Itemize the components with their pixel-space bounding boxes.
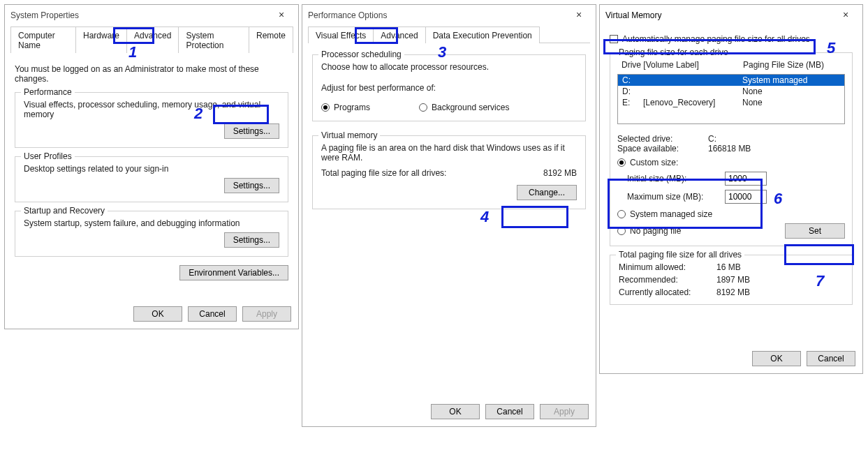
drive-row[interactable]: C: System managed bbox=[618, 75, 844, 86]
performance-settings-button[interactable]: Settings... bbox=[224, 123, 279, 139]
checkbox-label: Automatically manage paging file size fo… bbox=[622, 34, 810, 44]
maximum-size-label: Maximum size (MB): bbox=[627, 192, 718, 202]
tab-system-protection[interactable]: System Protection bbox=[178, 27, 249, 53]
radio-programs[interactable]: Programs bbox=[321, 103, 370, 112]
maximum-size-input[interactable] bbox=[725, 190, 767, 204]
drive-letter: D: bbox=[622, 87, 643, 96]
header-size: Paging File Size (MB) bbox=[743, 60, 841, 70]
min-allowed-value: 16 MB bbox=[716, 262, 741, 272]
currently-allocated-label: Currently allocated: bbox=[619, 287, 716, 297]
tab-visual-effects[interactable]: Visual Effects bbox=[308, 27, 374, 43]
radio-label: Custom size: bbox=[630, 158, 678, 167]
drive-label: [Lenovo_Recovery] bbox=[643, 98, 742, 107]
vmem-total-value: 8192 MB bbox=[543, 168, 577, 178]
admin-note: You must be logged on as an Administrato… bbox=[15, 64, 288, 84]
close-icon[interactable]: × bbox=[565, 6, 593, 25]
group-title: Total paging file size for all drives bbox=[616, 250, 744, 260]
radio-icon bbox=[419, 103, 427, 112]
checkbox-icon bbox=[610, 35, 618, 43]
drive-row[interactable]: D: None bbox=[618, 86, 844, 97]
radio-label: No paging file bbox=[630, 226, 681, 236]
annotation-6: 6 bbox=[774, 190, 782, 208]
performance-group: Performance Visual effects, processor sc… bbox=[15, 92, 288, 148]
radio-background-services[interactable]: Background services bbox=[419, 103, 509, 112]
recommended-label: Recommended: bbox=[619, 275, 716, 285]
vmem-total-label: Total paging file size for all drives: bbox=[321, 168, 446, 178]
initial-size-input[interactable] bbox=[725, 172, 767, 186]
radio-icon bbox=[617, 210, 626, 218]
drive-label bbox=[643, 87, 742, 96]
drive-size: System managed bbox=[742, 75, 840, 85]
group-title: Paging file size for each drive bbox=[616, 47, 731, 57]
close-icon[interactable]: × bbox=[832, 6, 860, 25]
selected-drive-value: C: bbox=[708, 134, 716, 144]
performance-options-window: Performance Options × Visual Effects Adv… bbox=[302, 4, 596, 427]
startup-desc: System startup, system failure, and debu… bbox=[24, 218, 279, 228]
titlebar: Performance Options × bbox=[302, 5, 596, 26]
cancel-button[interactable]: Cancel bbox=[807, 351, 855, 366]
paging-each-drive-group: Paging file size for each drive Drive [V… bbox=[610, 52, 853, 246]
group-title: Processor scheduling bbox=[318, 50, 404, 59]
radio-no-paging-file[interactable]: No paging file bbox=[617, 226, 681, 236]
ok-button[interactable]: OK bbox=[431, 404, 480, 419]
radio-custom-size[interactable]: Custom size: bbox=[617, 158, 678, 167]
drive-size: None bbox=[742, 87, 840, 96]
annotation-5: 5 bbox=[827, 39, 835, 57]
drive-list[interactable]: C: System managed D: None E: [Lenovo_Rec… bbox=[617, 74, 845, 124]
dialog-buttons: OK Cancel bbox=[752, 351, 855, 366]
dialog-buttons: OK Cancel Apply bbox=[431, 404, 589, 419]
auto-manage-checkbox[interactable]: Automatically manage paging file size fo… bbox=[610, 34, 810, 44]
user-profiles-group: User Profiles Desktop settings related t… bbox=[15, 156, 288, 202]
tab-content: Processor scheduling Choose how to alloc… bbox=[302, 43, 596, 216]
currently-allocated-value: 8192 MB bbox=[716, 287, 750, 297]
radio-label: Programs bbox=[334, 103, 370, 112]
min-allowed-label: Minimum allowed: bbox=[619, 262, 716, 272]
sched-adjust-label: Adjust for best performance of: bbox=[321, 83, 577, 93]
apply-button[interactable]: Apply bbox=[242, 306, 291, 322]
titlebar: Virtual Memory × bbox=[600, 5, 862, 26]
sched-desc: Choose how to allocate processor resourc… bbox=[321, 62, 577, 72]
radio-label: System managed size bbox=[630, 209, 712, 219]
titlebar: System Properties × bbox=[5, 5, 298, 26]
drive-letter: C: bbox=[622, 75, 643, 85]
environment-variables-button[interactable]: Environment Variables... bbox=[179, 265, 288, 280]
drive-row[interactable]: E: [Lenovo_Recovery] None bbox=[618, 97, 844, 108]
cancel-button[interactable]: Cancel bbox=[188, 306, 237, 322]
startup-settings-button[interactable]: Settings... bbox=[224, 232, 279, 248]
group-title: User Profiles bbox=[21, 151, 75, 161]
profiles-settings-button[interactable]: Settings... bbox=[224, 178, 279, 193]
tab-remote[interactable]: Remote bbox=[249, 27, 293, 53]
tab-dep[interactable]: Data Execution Prevention bbox=[425, 27, 540, 43]
tab-computer-name[interactable]: Computer Name bbox=[10, 27, 76, 53]
startup-recovery-group: Startup and Recovery System startup, sys… bbox=[15, 211, 288, 257]
dialog-content: Automatically manage paging file size fo… bbox=[600, 26, 862, 310]
header-drive: Drive [Volume Label] bbox=[621, 60, 743, 70]
radio-system-managed[interactable]: System managed size bbox=[617, 209, 712, 219]
group-title: Startup and Recovery bbox=[21, 206, 108, 216]
tabs: Visual Effects Advanced Data Execution P… bbox=[308, 26, 590, 43]
radio-label: Background services bbox=[432, 103, 509, 112]
profiles-desc: Desktop settings related to your sign-in bbox=[24, 164, 279, 174]
ok-button[interactable]: OK bbox=[752, 351, 801, 366]
group-title: Performance bbox=[21, 87, 75, 97]
annotation-4: 4 bbox=[480, 208, 489, 226]
cancel-button[interactable]: Cancel bbox=[485, 404, 534, 419]
radio-icon bbox=[617, 227, 626, 235]
space-available-value: 166818 MB bbox=[708, 144, 751, 153]
vmem-desc: A paging file is an area on the hard dis… bbox=[321, 143, 577, 163]
dialog-buttons: OK Cancel Apply bbox=[133, 306, 291, 322]
virtual-memory-window: Virtual Memory × Automatically manage pa… bbox=[599, 4, 863, 374]
drive-size: None bbox=[742, 98, 840, 107]
annotation-3: 3 bbox=[438, 43, 446, 61]
close-icon[interactable]: × bbox=[267, 6, 295, 25]
annotation-7: 7 bbox=[816, 272, 824, 290]
apply-button[interactable]: Apply bbox=[540, 404, 589, 419]
tab-advanced[interactable]: Advanced bbox=[373, 27, 425, 43]
annotation-1: 1 bbox=[128, 43, 137, 61]
tab-hardware[interactable]: Hardware bbox=[75, 27, 127, 53]
set-button[interactable]: Set bbox=[785, 223, 845, 239]
ok-button[interactable]: OK bbox=[133, 306, 182, 322]
drive-label bbox=[643, 75, 742, 85]
change-button[interactable]: Change... bbox=[517, 185, 577, 200]
drive-letter: E: bbox=[622, 98, 643, 107]
